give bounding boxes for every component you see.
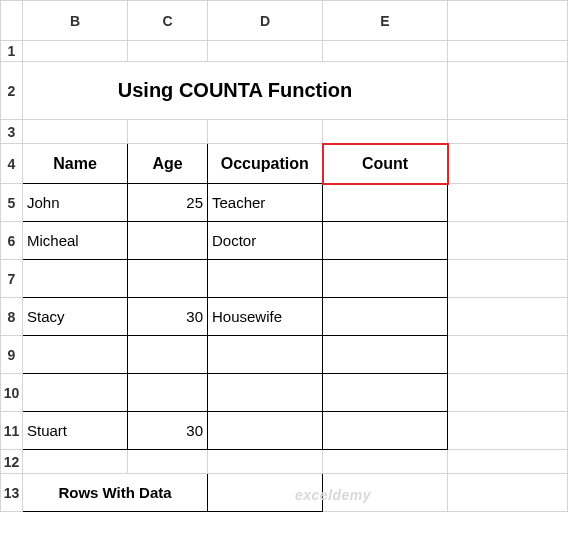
data-cnt-1 — [323, 239, 447, 243]
row-header-13[interactable]: 13 — [1, 474, 23, 512]
cell-D7[interactable] — [208, 260, 323, 298]
title-cell[interactable]: Using COUNTA Function — [23, 62, 448, 120]
cell-F6[interactable] — [448, 222, 568, 260]
row-header-3[interactable]: 3 — [1, 120, 23, 144]
cell-F5[interactable] — [448, 184, 568, 222]
cell-D3[interactable] — [208, 120, 323, 144]
row-header-10[interactable]: 10 — [1, 374, 23, 412]
cell-B6[interactable]: Micheal — [23, 222, 128, 260]
data-occ-6 — [208, 429, 322, 433]
select-all-corner[interactable] — [1, 1, 23, 41]
cell-C3[interactable] — [128, 120, 208, 144]
cell-E5[interactable] — [323, 184, 448, 222]
header-count[interactable]: Count — [323, 144, 448, 184]
cell-B12[interactable] — [23, 450, 128, 474]
cell-C11[interactable]: 30 — [128, 412, 208, 450]
col-header-D[interactable]: D — [208, 1, 323, 41]
cell-B1[interactable] — [23, 41, 128, 62]
cell-D10[interactable] — [208, 374, 323, 412]
cell-B3[interactable] — [23, 120, 128, 144]
cell-D12[interactable] — [208, 450, 323, 474]
cell-F10[interactable] — [448, 374, 568, 412]
cell-B8[interactable]: Stacy — [23, 298, 128, 336]
cell-B9[interactable] — [23, 336, 128, 374]
data-name-3: Stacy — [23, 306, 127, 327]
data-name-5 — [23, 391, 127, 395]
header-occupation-text: Occupation — [208, 153, 322, 175]
header-name[interactable]: Name — [23, 144, 128, 184]
data-cnt-6 — [323, 429, 447, 433]
col-header-E[interactable]: E — [323, 1, 448, 41]
cell-E3[interactable] — [323, 120, 448, 144]
cell-C9[interactable] — [128, 336, 208, 374]
data-cnt-2 — [323, 277, 447, 281]
row-header-1[interactable]: 1 — [1, 41, 23, 62]
cell-F8[interactable] — [448, 298, 568, 336]
cell-F7[interactable] — [448, 260, 568, 298]
cell-E13[interactable] — [323, 474, 448, 512]
cell-E1[interactable] — [323, 41, 448, 62]
header-occupation[interactable]: Occupation — [208, 144, 323, 184]
cell-F13[interactable] — [448, 474, 568, 512]
row-header-11[interactable]: 11 — [1, 412, 23, 450]
row-header-9[interactable]: 9 — [1, 336, 23, 374]
cell-C1[interactable] — [128, 41, 208, 62]
cell-F3[interactable] — [448, 120, 568, 144]
data-cnt-4 — [323, 353, 447, 357]
cell-F11[interactable] — [448, 412, 568, 450]
cell-B7[interactable] — [23, 260, 128, 298]
cell-D1[interactable] — [208, 41, 323, 62]
cell-E10[interactable] — [323, 374, 448, 412]
data-name-6: Stuart — [23, 420, 127, 441]
data-occ-5 — [208, 391, 322, 395]
data-cnt-5 — [323, 391, 447, 395]
cell-C7[interactable] — [128, 260, 208, 298]
row-header-4[interactable]: 4 — [1, 144, 23, 184]
data-name-4 — [23, 353, 127, 357]
data-name-0: John — [23, 192, 127, 213]
cell-E9[interactable] — [323, 336, 448, 374]
header-age[interactable]: Age — [128, 144, 208, 184]
col-header-F[interactable] — [448, 1, 568, 41]
cell-F4[interactable] — [448, 144, 568, 184]
rows-with-data-label[interactable]: Rows With Data — [23, 474, 208, 512]
cell-C10[interactable] — [128, 374, 208, 412]
data-age-1 — [128, 239, 207, 243]
cell-D13[interactable] — [208, 474, 323, 512]
cell-F1[interactable] — [448, 41, 568, 62]
data-cnt-3 — [323, 315, 447, 319]
cell-C12[interactable] — [128, 450, 208, 474]
cell-F12[interactable] — [448, 450, 568, 474]
spreadsheet-grid[interactable]: B C D E 1 2 Using COUNTA Function 3 4 Na… — [0, 0, 568, 512]
cell-F9[interactable] — [448, 336, 568, 374]
cell-E8[interactable] — [323, 298, 448, 336]
cell-D9[interactable] — [208, 336, 323, 374]
data-occ-2 — [208, 277, 322, 281]
cell-D5[interactable]: Teacher — [208, 184, 323, 222]
data-age-5 — [128, 391, 207, 395]
row-header-8[interactable]: 8 — [1, 298, 23, 336]
cell-C5[interactable]: 25 — [128, 184, 208, 222]
cell-E6[interactable] — [323, 222, 448, 260]
cell-C6[interactable] — [128, 222, 208, 260]
cell-F2[interactable] — [448, 62, 568, 120]
cell-B10[interactable] — [23, 374, 128, 412]
title-text: Using COUNTA Function — [23, 77, 447, 104]
row-header-6[interactable]: 6 — [1, 222, 23, 260]
data-occ-4 — [208, 353, 322, 357]
cell-C8[interactable]: 30 — [128, 298, 208, 336]
col-header-C[interactable]: C — [128, 1, 208, 41]
cell-D6[interactable]: Doctor — [208, 222, 323, 260]
cell-E12[interactable] — [323, 450, 448, 474]
cell-B11[interactable]: Stuart — [23, 412, 128, 450]
cell-E7[interactable] — [323, 260, 448, 298]
row-header-2[interactable]: 2 — [1, 62, 23, 120]
row-header-7[interactable]: 7 — [1, 260, 23, 298]
cell-E11[interactable] — [323, 412, 448, 450]
row-header-5[interactable]: 5 — [1, 184, 23, 222]
cell-B5[interactable]: John — [23, 184, 128, 222]
col-header-B[interactable]: B — [23, 1, 128, 41]
cell-D8[interactable]: Housewife — [208, 298, 323, 336]
cell-D11[interactable] — [208, 412, 323, 450]
row-header-12[interactable]: 12 — [1, 450, 23, 474]
